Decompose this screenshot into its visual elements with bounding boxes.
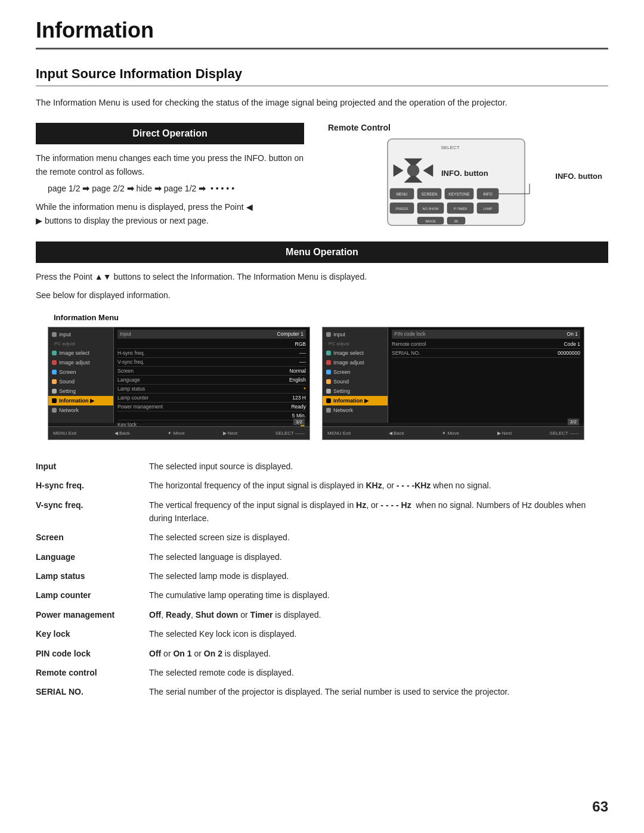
screen-content-2: PIN code lockOn 1 Remote controlCode 1 S… (388, 327, 584, 423)
screen-row-language: LanguageEnglish (117, 376, 306, 385)
screen-content-1: InputComputer 1 RGB H-sync freq.---- V-s… (114, 327, 309, 423)
desc-term-power: Power management (36, 605, 149, 624)
desc-value-serial: The serial number of the projector is di… (149, 682, 608, 701)
info-button-label-text: INFO. button (441, 169, 488, 178)
screen2-footer: MENU Exit ◀ Back ✦ Move ▶ Next SELECT --… (323, 426, 584, 439)
screen1-page-num: 1/2 (293, 419, 305, 425)
desc-term-screen: Screen (36, 528, 149, 547)
desc-value-pin: Off or On 1 or On 2 is displayed. (149, 644, 608, 663)
desc-row-keylock: Key lock The selected Key lock icon is d… (36, 624, 608, 643)
sidebar2-imageselect: Image select (323, 348, 388, 358)
sidebar2-pcadjust: PC adjust (323, 339, 388, 348)
remote-control-label: Remote Control (322, 123, 608, 132)
desc-term-lampcounter: Lamp counter (36, 586, 149, 605)
desc-value-lampstatus: The selected lamp mode is displayed. (149, 566, 608, 586)
svg-text:P-TIMER: P-TIMER (454, 207, 467, 210)
desc-value-keylock: The selected Key lock icon is displayed. (149, 624, 608, 643)
screen-header-row: InputComputer 1 (117, 330, 306, 339)
desc-term-serial: SERIAL NO. (36, 682, 149, 701)
sidebar-imageselect: Image select (48, 348, 113, 358)
svg-text:3D: 3D (454, 219, 458, 223)
menu-operation-section: Menu Operation Press the Point ▲▼ button… (36, 241, 608, 302)
screen-row-hsync: H-sync freq.---- (117, 349, 306, 358)
svg-text:MENU: MENU (396, 192, 407, 196)
menu-operation-header: Menu Operation (36, 241, 608, 263)
desc-value-input: The selected input source is displayed. (149, 457, 608, 476)
svg-text:SCREEN: SCREEN (421, 192, 437, 196)
screen-row-rgb: RGB (117, 340, 306, 349)
page-container: Information Input Source Information Dis… (0, 0, 644, 833)
desc-row-remote: Remote control The selected remote code … (36, 663, 608, 682)
section-title: Input Source Information Display (36, 66, 608, 86)
screen-inner-2: Input PC adjust Image select Image adjus… (323, 327, 584, 423)
desc-row-screen: Screen The selected screen size is displ… (36, 528, 608, 547)
desc-term-lampstatus: Lamp status (36, 566, 149, 586)
direct-operation-left: Direct Operation The information menu ch… (36, 123, 304, 230)
sidebar-screen: Screen (48, 367, 113, 377)
direct-op-text1: The information menu changes each time y… (36, 151, 304, 179)
sidebar2-setting: Setting (323, 386, 388, 396)
screen-mockup-2: Input PC adjust Image select Image adjus… (322, 327, 584, 440)
desc-row-lampstatus: Lamp status The selected lamp mode is di… (36, 566, 608, 586)
screen2-row-remote: Remote controlCode 1 (392, 340, 580, 349)
screen2-page-num: 2/2 (568, 419, 579, 425)
desc-term-keylock: Key lock (36, 624, 149, 643)
screen-row-vsync: V-sync freq.---- (117, 358, 306, 367)
desc-value-language: The selected language is displayed. (149, 547, 608, 566)
svg-point-6 (407, 165, 419, 176)
svg-text:LAMP: LAMP (484, 207, 493, 210)
desc-value-hsync: The horizontal frequency of the input si… (149, 476, 608, 495)
page-sequence: page 1/2 ➡ page 2/2 ➡ hide ➡ page 1/2 ➡ … (48, 184, 304, 193)
remote-svg: SELECT MENU SCREEN (382, 136, 549, 231)
desc-row-power: Power management Off, Ready, Shut down o… (36, 605, 608, 624)
desc-row-serial: SERIAL NO. The serial number of the proj… (36, 682, 608, 701)
remote-control-section: Remote Control SELECT (322, 123, 608, 230)
desc-row-pin: PIN code lock Off or On 1 or On 2 is dis… (36, 644, 608, 663)
direct-operation-header: Direct Operation (36, 123, 304, 144)
sidebar2-sound: Sound (323, 377, 388, 386)
desc-value-lampcounter: The cumulative lamp operating time is di… (149, 586, 608, 605)
screens-row: Input PC adjust Image select Image adjus… (48, 327, 608, 440)
screen-row-screen: ScreenNormal (117, 367, 306, 376)
desc-term-pin: PIN code lock (36, 644, 149, 663)
screen-row-power-min: 5 Min. (117, 411, 306, 420)
sidebar2-network: Network (323, 405, 388, 415)
svg-text:KEYSTONE: KEYSTONE (448, 192, 470, 196)
desc-value-remote: The selected remote code is displayed. (149, 663, 608, 682)
info-menu-label: Information Menu (54, 313, 608, 322)
desc-row-language: Language The selected language is displa… (36, 547, 608, 566)
desc-row-vsync: V-sync freq. The vertical frequency of t… (36, 496, 608, 528)
desc-term-hsync: H-sync freq. (36, 476, 149, 495)
screen-sidebar-1: Input PC adjust Image select Image adjus… (48, 327, 114, 423)
desc-value-power: Off, Ready, Shut down or Timer is displa… (149, 605, 608, 624)
sidebar2-screen: Screen (323, 367, 388, 377)
page-title: Information (36, 18, 608, 49)
desc-row-input: Input The selected input source is displ… (36, 457, 608, 476)
screen-inner-1: Input PC adjust Image select Image adjus… (48, 327, 309, 423)
desc-row-lampcounter: Lamp counter The cumulative lamp operati… (36, 586, 608, 605)
screen1-footer: MENU Exit ◀ Back ✦ Move ▶ Next SELECT --… (48, 426, 309, 439)
sidebar-setting: Setting (48, 386, 113, 396)
svg-text:INFO: INFO (483, 192, 493, 196)
direct-operation-section: Direct Operation The information menu ch… (36, 123, 608, 230)
direct-op-text2: While the information menu is displayed,… (36, 200, 304, 228)
sidebar-pcadjust: PC adjust (48, 339, 113, 348)
svg-text:IMAGE: IMAGE (425, 219, 436, 223)
menu-op-text2: See below for displayed information. (36, 289, 608, 302)
sidebar2-information-active: Information ▶ (323, 396, 388, 405)
sidebar-information-active: Information ▶ (48, 396, 113, 405)
info-button-label-container: INFO. button (441, 168, 608, 178)
svg-text:FREEZE: FREEZE (395, 207, 408, 210)
sidebar-imageadjust: Image adjust (48, 358, 113, 367)
sidebar2-imageadjust: Image adjust (323, 358, 388, 367)
description-table: Input The selected input source is displ… (36, 457, 608, 702)
desc-term-language: Language (36, 547, 149, 566)
svg-text:NO SHOW: NO SHOW (423, 207, 439, 210)
desc-term-input: Input (36, 457, 149, 476)
desc-term-remote: Remote control (36, 663, 149, 682)
sidebar2-input: Input (323, 330, 388, 339)
remote-control-illustration: SELECT MENU SCREEN (382, 136, 549, 233)
svg-text:SELECT: SELECT (441, 145, 459, 150)
intro-text: The Information Menu is used for checkin… (36, 96, 608, 110)
screen-mockup-1: Input PC adjust Image select Image adjus… (48, 327, 310, 440)
